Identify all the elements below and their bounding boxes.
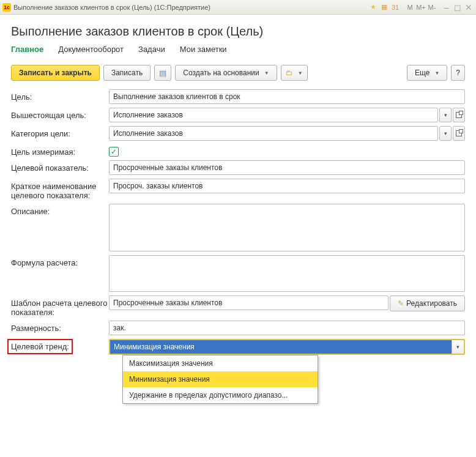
create-based-label: Создать на основании xyxy=(183,69,259,77)
close-icon[interactable]: ✕ xyxy=(464,2,474,12)
app-icon: 1c xyxy=(2,3,11,12)
trend-select[interactable]: Минимизация значения ▾ xyxy=(109,339,465,355)
toolbar: Записать и закрыть Записать ▤ Создать на… xyxy=(11,65,465,81)
trend-dropdown-list: Максимизация значения Минимизация значен… xyxy=(122,355,318,404)
save-and-close-button[interactable]: Записать и закрыть xyxy=(11,65,100,81)
indicator-input[interactable]: Просроченные заказы клиентов xyxy=(109,160,465,175)
titlebar: 1c Выполнение заказов клиентов в срок (Ц… xyxy=(0,0,476,15)
trend-option-max[interactable]: Максимизация значения xyxy=(123,355,318,371)
description-textarea[interactable] xyxy=(109,204,465,251)
chevron-down-icon[interactable]: ▾ xyxy=(452,340,464,354)
formula-textarea[interactable] xyxy=(109,255,465,292)
formula-label: Формула расчета: xyxy=(11,255,109,267)
memory-mplus-icon[interactable]: М+ xyxy=(416,2,426,12)
short-name-label: Краткое наименование целевого показателя… xyxy=(11,179,109,200)
open-button[interactable] xyxy=(453,126,465,141)
tab-docflow[interactable]: Документооборот xyxy=(58,45,124,56)
short-name-input[interactable]: Просроч. заказы клиентов xyxy=(109,179,465,193)
more-button[interactable]: Еще ▼ xyxy=(407,65,447,81)
document-icon: ▤ xyxy=(159,69,166,78)
category-input[interactable]: Исполнение заказов xyxy=(109,126,438,141)
chevron-down-icon: ▼ xyxy=(264,70,269,76)
trend-label: Целевой тренд: xyxy=(11,339,109,351)
edit-label: Редактировать xyxy=(406,299,457,308)
folder-icon: 🗀 xyxy=(286,69,293,77)
trend-option-range[interactable]: Удержание в пределах допустимого диапазо… xyxy=(123,387,318,403)
template-input[interactable]: Просроченные заказы клиентов xyxy=(109,295,389,310)
dropdown-button[interactable]: ▾ xyxy=(439,126,452,141)
open-icon xyxy=(456,130,462,136)
window-title: Выполнение заказов клиентов в срок (Цель… xyxy=(13,4,210,11)
trend-option-min[interactable]: Минимизация значения xyxy=(123,371,318,387)
dimension-label: Размерность: xyxy=(11,321,109,333)
description-label: Описание: xyxy=(11,204,109,216)
open-icon xyxy=(456,112,462,118)
form: Цель: Выполнение заказов клиентов в срок… xyxy=(11,89,465,355)
save-button[interactable]: Записать xyxy=(103,65,151,81)
attach-button[interactable]: 🗀 ▼ xyxy=(281,65,308,81)
create-based-button[interactable]: Создать на основании ▼ xyxy=(175,65,277,81)
measurable-label: Цель измеримая: xyxy=(11,144,109,157)
memory-m-icon[interactable]: М xyxy=(405,2,415,12)
favorite-icon[interactable]: ★ xyxy=(368,2,378,12)
pencil-icon: ✎ xyxy=(398,299,404,308)
indicator-label: Целевой показатель: xyxy=(11,160,109,173)
dropdown-button[interactable]: ▾ xyxy=(439,108,452,122)
tab-main[interactable]: Главное xyxy=(11,45,43,56)
parent-goal-label: Вышестоящая цель: xyxy=(11,108,109,120)
edit-template-button[interactable]: ✎ Редактировать xyxy=(390,295,465,311)
memory-mminus-icon[interactable]: М- xyxy=(427,2,437,12)
maximize-icon[interactable]: ◻ xyxy=(453,2,463,12)
more-label: Еще xyxy=(415,69,430,77)
chevron-down-icon: ▼ xyxy=(298,70,303,76)
measurable-checkbox[interactable]: ✓ xyxy=(109,147,119,157)
goal-input[interactable]: Выполнение заказов клиентов в срок xyxy=(109,89,465,104)
dimension-input[interactable]: зак. xyxy=(109,321,465,335)
calendar-icon[interactable]: 31 xyxy=(390,2,400,12)
trend-value: Минимизация значения xyxy=(110,340,452,354)
minimize-icon[interactable]: – xyxy=(442,2,452,12)
page-title: Выполнение заказов клиентов в срок (Цель… xyxy=(11,24,465,39)
category-label: Категория цели: xyxy=(11,126,109,138)
parent-goal-input[interactable]: Исполнение заказов xyxy=(109,108,438,122)
calculator-icon[interactable]: ▦ xyxy=(379,2,389,12)
open-button[interactable] xyxy=(453,108,465,122)
trend-label-highlight: Целевой тренд: xyxy=(7,339,73,354)
tabs: Главное Документооборот Задачи Мои замет… xyxy=(11,45,465,56)
tab-notes[interactable]: Мои заметки xyxy=(180,45,227,56)
document-icon-button[interactable]: ▤ xyxy=(154,65,171,81)
template-label: Шаблон расчета целевого показателя: xyxy=(11,295,109,317)
tab-tasks[interactable]: Задачи xyxy=(138,45,165,56)
goal-label: Цель: xyxy=(11,89,109,102)
help-button[interactable]: ? xyxy=(451,65,465,81)
chevron-down-icon: ▼ xyxy=(434,70,439,76)
